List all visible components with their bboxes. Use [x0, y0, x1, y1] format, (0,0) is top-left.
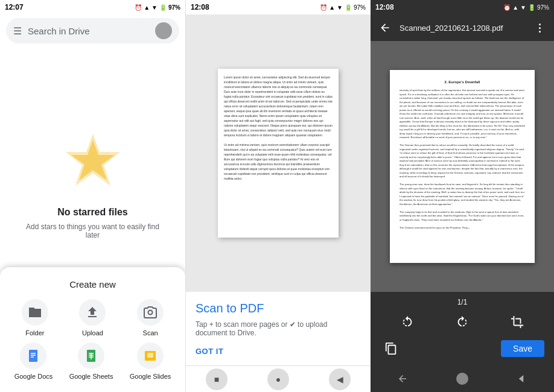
bottom-nav-scan: ■ ● ◀: [186, 365, 371, 392]
home-btn-scan[interactable]: ●: [267, 368, 289, 390]
pdf-bottom-controls: 1/1 Sav: [371, 292, 554, 365]
back-btn-scan[interactable]: ■: [206, 368, 228, 390]
pdf-text-content: intensity of spirit than by the artifice…: [400, 89, 525, 230]
pdf-copy-button[interactable]: [380, 338, 402, 359]
panel-drive: 12:07 ⏰ ▲ ▼ 🔋 97% ☰ Search in Drive No s…: [0, 0, 185, 392]
upload-label: Upload: [82, 329, 103, 337]
docs-icon: [20, 343, 46, 369]
sheets-svg: [84, 349, 98, 363]
search-label: Search in Drive: [28, 26, 149, 36]
create-scan[interactable]: Scan: [137, 299, 164, 337]
alarm-icon-pdf: ⏰: [503, 4, 511, 11]
got-it-button[interactable]: GOT IT: [196, 347, 361, 356]
folder-svg: [28, 305, 42, 320]
create-docs[interactable]: Google Docs: [14, 343, 53, 380]
empty-state-subtitle: Add stars to things you want to easily f…: [0, 223, 185, 239]
scan-preview-area: Lorem ipsum dolor sit amet, consectetur …: [186, 14, 371, 292]
signal-icon-scan: ▲: [329, 4, 335, 11]
battery-icon-scan: 🔋: [345, 4, 352, 11]
svg-point-2: [148, 311, 153, 315]
signal-icon-pdf: ▲: [512, 4, 518, 11]
camera-svg: [143, 305, 158, 320]
time-drive: 12:07: [5, 3, 24, 11]
slides-label: Google Slides: [130, 373, 171, 380]
scan-icon: [137, 299, 164, 326]
slides-svg: [143, 349, 158, 363]
battery-icon: 🔋: [159, 4, 167, 11]
status-icons-scan: ⏰ ▲ ▼ 🔋 97%: [320, 4, 366, 11]
pdf-save-section: Save: [371, 335, 554, 362]
create-options-row1: Folder Upload Scan: [0, 299, 185, 343]
pdf-more-options-button[interactable]: [530, 18, 549, 37]
time-pdf: 12:08: [375, 3, 394, 11]
recents-btn-pdf[interactable]: [512, 369, 532, 388]
empty-state-title: No starred files: [57, 207, 127, 218]
back-btn-pdf[interactable]: [393, 369, 412, 388]
pdf-rotate-right-button[interactable]: [451, 311, 473, 333]
scan-label: Scan: [143, 329, 158, 337]
time-scan: 12:08: [191, 3, 209, 11]
battery-percent-pdf: 97%: [537, 4, 549, 11]
folder-label: Folder: [25, 329, 44, 337]
scan-to-pdf-title: Scan to PDF: [196, 302, 361, 315]
docs-label: Google Docs: [14, 373, 53, 380]
user-avatar[interactable]: [155, 22, 172, 39]
status-icons-drive: ⏰ ▲ ▼ 🔋 97%: [135, 4, 180, 11]
status-bar-drive: 12:07 ⏰ ▲ ▼ 🔋 97%: [0, 0, 185, 14]
panel-scan: 12:08 ⏰ ▲ ▼ 🔋 97% Lorem ipsum dolor sit …: [185, 0, 371, 392]
pdf-content-area: 2. Europe's Downfall intensity of spirit…: [371, 41, 554, 292]
create-panel-title: Create new: [0, 279, 185, 289]
battery-percent-scan: 97%: [354, 4, 366, 11]
create-upload[interactable]: Upload: [79, 299, 106, 337]
wifi-icon-scan: ▼: [337, 4, 343, 11]
create-sheets[interactable]: Google Sheets: [69, 343, 113, 380]
pdf-rotate-left-button[interactable]: [396, 311, 418, 333]
create-panel: Create new Folder Upload: [0, 267, 185, 392]
pdf-save-button[interactable]: Save: [501, 340, 544, 357]
three-dots-icon: [539, 24, 541, 33]
create-folder[interactable]: Folder: [22, 299, 48, 337]
scan-to-pdf-subtitle: Tap + to scan more pages or ✔ to upload …: [196, 320, 361, 337]
sheets-icon: [78, 343, 104, 369]
battery-icon-pdf: 🔋: [528, 4, 535, 11]
search-bar[interactable]: ☰ Search in Drive: [6, 18, 179, 43]
svg-rect-13: [147, 353, 153, 358]
upload-icon: [79, 299, 106, 326]
panel-pdf: 12:08 ⏰ ▲ ▼ 🔋 97% Scanned_20210621-1208.…: [371, 0, 554, 392]
recents-btn-scan[interactable]: ◀: [329, 368, 351, 390]
scan-bottom-panel: Scan to PDF Tap + to scan more pages or …: [186, 292, 371, 365]
status-icons-pdf: ⏰ ▲ ▼ 🔋 97%: [503, 4, 549, 11]
pdf-page: 2. Europe's Downfall intensity of spirit…: [390, 70, 535, 263]
star-icon: [63, 131, 123, 191]
page-indicator: 1/1: [371, 296, 554, 309]
pdf-filename: Scanned_20210621-1208.pdf: [400, 24, 525, 33]
signal-icon: ▲: [144, 4, 150, 11]
pdf-back-button[interactable]: [375, 18, 395, 37]
alarm-icon-scan: ⏰: [320, 4, 327, 11]
status-bar-scan: 12:08 ⏰ ▲ ▼ 🔋 97%: [186, 0, 371, 14]
docs-svg: [26, 349, 40, 363]
home-btn-pdf[interactable]: [456, 373, 468, 385]
create-slides[interactable]: Google Slides: [130, 343, 171, 380]
rotate-left-icon: [401, 315, 414, 329]
upload-svg: [85, 305, 100, 320]
bottom-nav-pdf: [371, 365, 554, 392]
pdf-controls-row: [371, 309, 554, 335]
crop-icon: [511, 315, 524, 329]
wifi-icon-pdf: ▼: [520, 4, 526, 11]
back-arrow-icon: [379, 22, 391, 34]
folder-icon: [22, 299, 48, 326]
battery-percent: 97%: [168, 4, 180, 11]
create-options-row2: Google Docs Google Sheets: [0, 343, 185, 386]
status-bar-pdf: 12:08 ⏰ ▲ ▼ 🔋 97%: [371, 0, 554, 14]
svg-rect-3: [29, 350, 37, 362]
star-icon-container: [57, 125, 129, 197]
rotate-right-icon: [456, 315, 469, 329]
pdf-toolbar: Scanned_20210621-1208.pdf: [371, 14, 554, 41]
pdf-crop-button[interactable]: [506, 311, 528, 333]
nav-triangle-icon: [517, 373, 527, 384]
slides-icon: [137, 343, 164, 369]
hamburger-icon[interactable]: ☰: [13, 25, 22, 37]
scan-doc-page: Lorem ipsum dolor sit amet, consectetur …: [218, 69, 339, 238]
copy-icon: [384, 342, 398, 355]
